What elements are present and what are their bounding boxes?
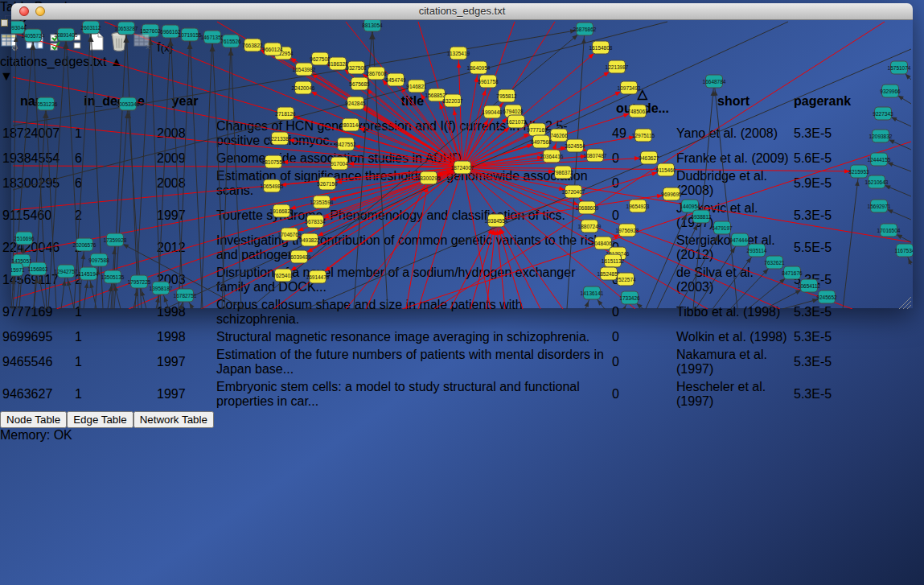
network-node[interactable]: 5678334 — [305, 215, 326, 228]
network-node[interactable]: 9097588 — [88, 253, 109, 266]
network-node[interactable]: 9242845 — [345, 97, 366, 109]
table-cell[interactable]: 0 — [611, 329, 674, 345]
network-node[interactable]: 1733426 — [619, 291, 640, 304]
table-cell[interactable]: Nakamura et al. (1997) — [676, 347, 791, 377]
network-node[interactable]: 16154808 — [589, 41, 613, 54]
network-node[interactable]: 8454749 — [385, 73, 406, 86]
network-node[interactable]: 16151132 — [602, 254, 625, 267]
table-cell[interactable]: Wolkin et al. (1998) — [676, 329, 791, 345]
network-node[interactable]: 5675685 — [349, 77, 370, 90]
table-cell[interactable]: 9465546 — [2, 347, 72, 377]
table-cell[interactable]: 1998 — [156, 329, 214, 345]
network-node[interactable]: 9463627 — [639, 151, 659, 164]
network-node[interactable]: 16914479 — [306, 270, 330, 283]
network-canvas[interactable]: 1872400718300295193845548912954165439822… — [11, 20, 913, 312]
network-node[interactable]: 9493822 — [299, 233, 320, 246]
network-node[interactable]: 17957225 — [128, 275, 151, 288]
network-node[interactable]: 9329966 — [880, 84, 901, 97]
network-node[interactable]: 20531236 — [35, 97, 58, 110]
network-node[interactable]: 13958187 — [150, 282, 173, 295]
network-node[interactable]: 20364416 — [540, 150, 564, 163]
table-cell[interactable]: 9463627 — [2, 379, 72, 410]
tab-network-table[interactable]: Network Table — [133, 411, 214, 428]
network-node[interactable]: 16648784 — [703, 75, 726, 88]
network-node[interactable]: 15751074 — [888, 61, 911, 74]
network-node[interactable]: 12213387 — [269, 132, 292, 145]
table-cell[interactable]: 1 — [74, 379, 154, 410]
network-node[interactable]: 2522574 — [615, 273, 636, 286]
table-cell[interactable]: 1997 — [156, 347, 214, 377]
table-cell[interactable]: 1 — [74, 329, 154, 345]
network-node[interactable]: 9115460 — [656, 163, 676, 176]
network-node[interactable]: 1167534 — [895, 244, 913, 257]
network-node[interactable]: 3915971 — [11, 263, 25, 276]
network-node[interactable]: 9227343 — [873, 107, 893, 120]
minimize-window-button[interactable] — [35, 6, 45, 16]
network-node[interactable]: 7955812 — [496, 89, 517, 102]
network-node[interactable]: 1993044 — [11, 21, 27, 34]
close-window-button[interactable] — [19, 6, 29, 16]
network-node[interactable]: 12213987 — [606, 60, 629, 73]
network-node[interactable]: 16720407 — [562, 185, 585, 198]
table-cell[interactable]: Embryonic stem cells: a model to study s… — [216, 379, 610, 410]
network-node[interactable]: 12353594 — [310, 196, 334, 208]
network-node[interactable]: 2935114 — [747, 244, 767, 257]
network-node[interactable]: 19384554 — [485, 214, 508, 227]
network-node[interactable]: 20053346 — [117, 97, 140, 110]
network-node[interactable]: 9660124 — [262, 43, 283, 56]
network-node[interactable]: 7625402 — [273, 269, 294, 282]
network-node[interactable]: 8813054 — [362, 20, 383, 31]
network-node[interactable]: 17359928 — [104, 233, 127, 246]
network-node[interactable]: 22420046 — [292, 81, 315, 94]
network-node[interactable]: 1156863 — [28, 262, 48, 275]
table-row[interactable]: 969969511998Structural magnetic resonanc… — [2, 329, 852, 345]
network-node[interactable]: 8471676 — [782, 266, 803, 279]
network-node[interactable]: 18640954 — [467, 61, 491, 74]
network-node[interactable]: 9777169 — [527, 123, 548, 136]
network-node[interactable]: 7615526 — [220, 35, 241, 47]
network-node[interactable]: 1621072 — [506, 115, 527, 128]
window-titlebar[interactable]: citations_edges.txt — [11, 3, 913, 20]
network-node[interactable]: 18300295 — [417, 171, 441, 184]
network-node[interactable]: 16782751 — [174, 289, 197, 302]
network-node[interactable]: 2867608 — [366, 67, 387, 80]
network-node[interactable]: 16210643 — [865, 175, 889, 188]
network-node[interactable]: 7485063 — [627, 105, 648, 117]
network-node[interactable]: 2603112 — [81, 21, 101, 34]
network-node[interactable]: 746266 — [550, 129, 568, 142]
table-row[interactable]: 946362711997Embryonic stem cells: a mode… — [2, 379, 852, 410]
table-cell[interactable]: 5.3E-5 — [793, 379, 852, 410]
network-node[interactable]: 19756928 — [616, 224, 639, 237]
network-node[interactable]: 20206576 — [73, 238, 97, 251]
network-node[interactable]: 1145194 — [79, 267, 99, 280]
network-node[interactable]: 10719155 — [179, 28, 202, 41]
network-node[interactable]: 9146821 — [406, 80, 427, 93]
table-cell[interactable]: Estimation of the future numbers of pati… — [216, 347, 610, 377]
network-node[interactable]: 9245652 — [816, 290, 837, 303]
table-cell[interactable]: 9699695 — [2, 329, 72, 345]
network-node[interactable]: 12975115 — [632, 129, 655, 142]
network-node[interactable]: 8215953 — [848, 165, 869, 178]
network-node[interactable]: 9699695 — [661, 187, 682, 200]
network-node[interactable]: 10973493 — [618, 81, 641, 94]
network-node[interactable]: 16039489 — [288, 250, 311, 263]
table-cell[interactable]: 5.3E-5 — [793, 329, 852, 345]
network-node[interactable]: 8186328 — [327, 57, 348, 70]
network-node[interactable]: 10688609 — [576, 201, 599, 214]
network-node[interactable]: 3624554 — [565, 139, 585, 152]
network-node[interactable]: 17016504 — [877, 224, 901, 237]
network-node[interactable]: 6479197 — [712, 221, 733, 234]
network-node[interactable]: 2516696 — [14, 232, 35, 245]
network-node[interactable]: 6497568 — [531, 135, 552, 148]
network-node[interactable]: 6938812 — [691, 210, 712, 223]
table-cell[interactable]: Structural magnetic resonance image aver… — [216, 329, 610, 345]
network-node[interactable]: 7986372 — [552, 166, 573, 179]
network-node[interactable]: 10654985 — [261, 179, 284, 192]
network-node[interactable]: 9474444 — [729, 233, 750, 246]
network-node[interactable]: 16543982 — [293, 63, 316, 76]
network-node[interactable]: 12942757 — [55, 265, 78, 278]
network-node[interactable]: 1990448 — [482, 105, 503, 118]
network-node[interactable]: 917004 — [331, 157, 348, 170]
network-node[interactable]: 18107554 — [262, 155, 285, 168]
network-node[interactable]: 17046769 — [278, 228, 302, 241]
